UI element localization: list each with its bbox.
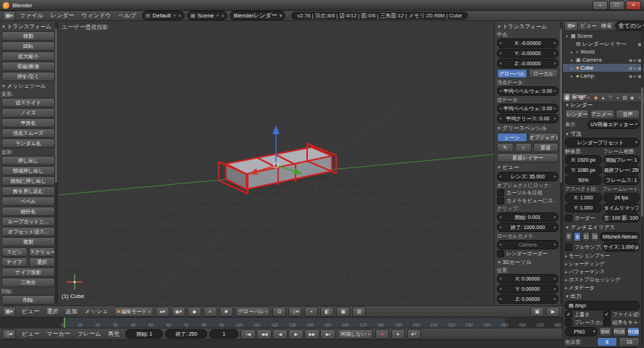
tool-button[interactable]: 個別に押し出し — [1, 176, 55, 186]
select-vertex-icon[interactable]: ▪ — [304, 307, 318, 317]
number-field[interactable]: Z: 0.00000◂▸ — [497, 294, 559, 304]
decrement-arrow-icon[interactable]: ◂ — [499, 104, 501, 112]
checkbox[interactable] — [497, 197, 504, 204]
frame-end-field[interactable]: 終了: 250 — [165, 329, 207, 339]
close-button[interactable]: × — [626, 1, 641, 10]
checkbox[interactable] — [565, 215, 572, 222]
increment-arrow-icon[interactable]: ▸ — [554, 115, 556, 123]
tool-button[interactable]: オフセット辺ス... — [1, 227, 55, 236]
number-field[interactable]: 古: 100 新: 100 — [603, 213, 640, 223]
toggle-option[interactable]: シーン — [497, 133, 527, 142]
decrement-arrow-icon[interactable]: ◂ — [499, 223, 501, 231]
info-menu-1[interactable]: レンダー — [47, 11, 78, 20]
increment-arrow-icon[interactable]: ▸ — [554, 39, 556, 47]
manipulator-z-arrowhead[interactable] — [272, 125, 280, 134]
sync-mode-dropdown[interactable]: 同期しない ▾ — [338, 329, 373, 339]
toggle-option[interactable]: オブジェクト — [529, 133, 559, 142]
increment-arrow-icon[interactable]: ▸ — [554, 241, 556, 249]
frame-start-field[interactable]: 開始: 1 — [125, 329, 163, 339]
checkbox-row[interactable]: カーソルを注視 — [497, 189, 559, 196]
tool-button[interactable]: 押す/引く — [1, 72, 55, 81]
number-field[interactable]: 50% — [565, 175, 602, 185]
checkbox[interactable] — [565, 244, 572, 251]
erase-icon[interactable]: ○ — [515, 143, 532, 152]
select-edge-icon[interactable]: ◧ — [320, 307, 334, 317]
outliner-menu-1[interactable]: 検索 — [599, 21, 614, 30]
toggle-option[interactable]: 5 — [565, 232, 572, 241]
jump-next-keyframe-button[interactable]: ▶▶ — [304, 329, 319, 339]
number-field[interactable]: X: 1.000 — [565, 193, 602, 202]
maximize-button[interactable]: □ — [609, 1, 624, 10]
panel-header-collapsed[interactable]: メタデータ — [565, 284, 640, 291]
display-mode-dropdown[interactable]: UV画像エディター — [587, 120, 640, 129]
decrement-arrow-icon[interactable]: ◂ — [499, 285, 501, 293]
expander-icon[interactable]: ▸ — [569, 57, 574, 62]
manipulator-scale-icon[interactable]: ■ — [219, 307, 233, 317]
number-field[interactable]: Y: -0.00000◂▸ — [497, 49, 559, 58]
decrement-arrow-icon[interactable]: ◂ — [499, 59, 501, 67]
transform-orientation-dropdown[interactable]: グローバル ▾ — [235, 307, 271, 317]
timeline-menu-0[interactable]: ビュー — [18, 329, 43, 339]
toggle-option[interactable]: 16 — [619, 337, 640, 347]
opengl-render-anim-icon[interactable]: ▶ — [546, 307, 560, 317]
manipulator-translate-icon[interactable]: ◆ — [188, 307, 201, 317]
toggle-option[interactable]: RGB — [613, 327, 625, 336]
number-field[interactable]: Y: 0.00000◂▸ — [497, 284, 559, 294]
outliner-row[interactable]: ▸●Lamp◉▸▣ — [563, 72, 644, 80]
tool-button[interactable]: 押し出し — [1, 156, 55, 165]
number-field[interactable]: フレームス: 1 — [603, 175, 640, 185]
new-button[interactable]: 新規 — [533, 143, 559, 152]
number-field[interactable]: X: -0.00000◂▸ — [497, 38, 559, 48]
decrement-arrow-icon[interactable]: ◂ — [499, 241, 501, 249]
number-field[interactable]: 24 fps — [603, 193, 640, 202]
eye-toggle-icon[interactable]: ◉ — [629, 65, 632, 70]
view3d-menu-3[interactable]: メッシュ — [80, 307, 112, 316]
panel-header[interactable]: ビュー — [497, 164, 559, 171]
checkbox-row[interactable]: フルサンプル — [565, 244, 601, 251]
toggle-option[interactable]: BW — [599, 327, 611, 336]
tool-button[interactable]: ノイズ — [1, 108, 55, 117]
outliner-row[interactable]: ▤レンダーレイヤー▣ — [563, 40, 644, 48]
panel-header[interactable]: アンチエイリアス — [565, 224, 640, 231]
view3d-menu-0[interactable]: ビュー — [18, 307, 43, 316]
panel-button[interactable]: 新規レイヤー — [497, 153, 559, 162]
tool-button[interactable]: 収縮/膨張 — [1, 62, 55, 71]
increment-arrow-icon[interactable]: ▸ — [554, 59, 556, 67]
decrement-arrow-icon[interactable]: ◂ — [499, 295, 501, 303]
tool-button[interactable]: 二等分 — [1, 278, 55, 287]
number-field[interactable]: 平均ベベルウェ: 0.00◂▸ — [497, 104, 559, 113]
tool-panel-header[interactable]: メッシュツール — [1, 83, 55, 90]
increment-arrow-icon[interactable]: ▸ — [554, 173, 556, 181]
tool-button[interactable]: ナイフ投影 — [1, 268, 55, 277]
outliner-menu-0[interactable]: ビュー — [578, 21, 599, 30]
decrement-arrow-icon[interactable]: ◂ — [499, 275, 501, 283]
info-menu-3[interactable]: ヘルプ — [114, 11, 140, 20]
panel-header[interactable]: 寸法 — [565, 130, 640, 138]
number-field[interactable]: サイズ: 1.000 px — [603, 242, 640, 252]
minimize-button[interactable]: – — [593, 1, 608, 10]
increment-arrow-icon[interactable]: ▸ — [554, 104, 556, 112]
tool-button[interactable]: 頂点スムーズ — [1, 128, 55, 138]
number-field[interactable]: 開始フレー: 1 — [603, 155, 640, 165]
tool-button[interactable]: ループカットと... — [1, 217, 55, 226]
panel-header[interactable]: 3Dカーソル — [497, 259, 559, 266]
scene-selector[interactable]: ▦ Scene + × — [187, 11, 228, 20]
limit-to-visible-icon[interactable]: ▥ — [352, 307, 366, 317]
remove-scene-icon[interactable]: × — [221, 13, 224, 18]
number-field[interactable]: 最終フレー: 250 — [603, 165, 640, 175]
checkbox-row[interactable]: カメラをビューにロ.. — [497, 197, 559, 204]
info-menu-2[interactable]: ウィンドウ — [78, 11, 114, 20]
editor-type-icon[interactable]: ▤▾ — [564, 21, 578, 31]
toggle-option[interactable]: ローカル — [529, 69, 559, 78]
panel-header[interactable]: レンダー — [565, 102, 640, 109]
number-field[interactable]: Y: 1080 px — [565, 165, 602, 175]
toggle-option[interactable]: グローバル — [497, 69, 527, 78]
snap-element-dropdown[interactable]: ◇▾ — [288, 307, 302, 317]
tool-button[interactable]: 辺スライド — [1, 98, 55, 107]
checkbox[interactable] — [603, 319, 611, 326]
expander-icon[interactable]: ▸ — [569, 65, 574, 70]
play-button[interactable]: ▶ — [288, 329, 304, 339]
increment-arrow-icon[interactable]: ▸ — [554, 295, 556, 303]
outliner-row[interactable]: ▸■Cube◉▸▣ — [563, 64, 644, 72]
tool-button[interactable]: ナイフ — [1, 257, 28, 267]
